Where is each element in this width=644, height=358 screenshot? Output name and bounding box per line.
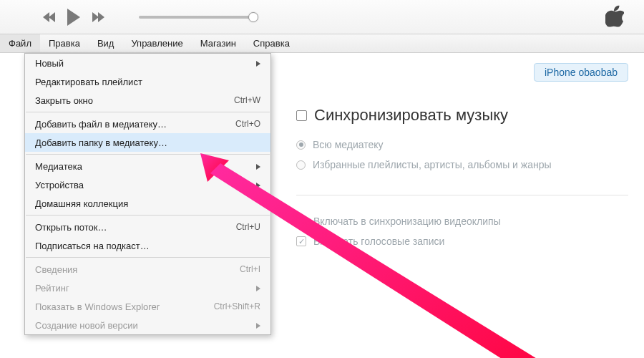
dropdown-item[interactable]: Домашняя коллекция	[25, 194, 270, 213]
dropdown-item[interactable]: Добавить файл в медиатеку…Ctrl+O	[25, 115, 270, 133]
radio-entire-library[interactable]	[296, 140, 306, 150]
dropdown-item-label: Подписаться на подкаст…	[35, 241, 260, 251]
radio-selected-label: Избранные плейлисты, артисты, альбомы и …	[313, 159, 552, 170]
dropdown-item-label: Показать в Windows Explorer	[35, 301, 207, 312]
sync-heading: Синхронизировать музыку	[314, 106, 508, 125]
dropdown-item-label: Добавить файл в медиатеку…	[35, 119, 228, 130]
dropdown-item[interactable]: Добавить папку в медиатеку…	[25, 133, 270, 152]
dropdown-item[interactable]: Новый	[25, 54, 270, 72]
dropdown-item-shortcut: Ctrl+Shift+R	[214, 301, 260, 311]
dropdown-item[interactable]: Закрыть окноCtrl+W	[25, 91, 270, 110]
dropdown-item-label: Создание новой версии	[35, 320, 250, 331]
previous-button[interactable]	[43, 12, 54, 22]
submenu-arrow-icon	[256, 283, 260, 294]
content-area: iPhone obaobab Синхронизировать музыку В…	[0, 53, 644, 358]
dropdown-item-label: Добавить папку в медиатеку…	[35, 137, 260, 148]
submenu-arrow-icon	[256, 320, 260, 331]
dropdown-item-shortcut: Ctrl+U	[236, 222, 260, 232]
include-voice-checkbox[interactable]: ✓	[296, 236, 306, 246]
dropdown-item-shortcut: Ctrl+O	[235, 119, 260, 129]
sync-pane: iPhone obaobab Синхронизировать музыку В…	[280, 53, 644, 358]
dropdown-separator	[26, 112, 270, 112]
dropdown-item-label: Домашняя коллекция	[35, 198, 260, 209]
dropdown-item: Рейтинг	[25, 279, 270, 297]
dropdown-item-label: Медиатека	[35, 161, 250, 172]
sync-heading-row: Синхронизировать музыку	[296, 106, 628, 125]
radio-entire-library-label: Всю медиатеку	[313, 139, 384, 150]
apple-logo-icon	[605, 5, 624, 29]
dropdown-item[interactable]: Открыть поток…Ctrl+U	[25, 218, 270, 236]
player-bar	[0, 0, 644, 34]
dropdown-item: СведенияCtrl+I	[25, 260, 270, 279]
menu-help[interactable]: Справка	[245, 34, 298, 52]
include-videos-checkbox[interactable]: ✓	[296, 216, 306, 226]
dropdown-item[interactable]: Медиатека	[25, 157, 270, 175]
dropdown-item[interactable]: Редактировать плейлист	[25, 72, 270, 91]
dropdown-item[interactable]: Устройства	[25, 175, 270, 194]
volume-thumb[interactable]	[248, 12, 258, 22]
file-dropdown: НовыйРедактировать плейлистЗакрыть окноC…	[24, 53, 271, 335]
dropdown-item-label: Редактировать плейлист	[35, 77, 260, 87]
dropdown-item: Создание новой версии	[25, 316, 270, 334]
dropdown-item[interactable]: Подписаться на подкаст…	[25, 236, 270, 255]
device-badge[interactable]: iPhone obaobab	[534, 63, 628, 82]
dropdown-separator	[26, 215, 270, 216]
dropdown-item-label: Рейтинг	[35, 283, 250, 294]
dropdown-item: Показать в Windows ExplorerCtrl+Shift+R	[25, 297, 270, 316]
dropdown-item-label: Сведения	[35, 264, 233, 275]
menu-bar: Файл Правка Вид Управление Магазин Справ…	[0, 34, 644, 53]
menu-controls[interactable]: Управление	[122, 34, 191, 52]
dropdown-item-shortcut: Ctrl+W	[234, 95, 260, 105]
divider	[296, 195, 628, 195]
radio-selected-row: Избранные плейлисты, артисты, альбомы и …	[296, 159, 628, 170]
menu-file[interactable]: Файл	[0, 34, 40, 52]
submenu-arrow-icon	[256, 161, 260, 172]
menu-view[interactable]: Вид	[89, 34, 123, 52]
menu-edit[interactable]: Правка	[40, 34, 89, 52]
dropdown-item-label: Новый	[35, 58, 250, 69]
submenu-arrow-icon	[256, 180, 260, 190]
dropdown-separator	[26, 154, 270, 155]
include-videos-label: Включать в синхронизацию видеоклипы	[313, 216, 501, 227]
dropdown-item-shortcut: Ctrl+I	[240, 264, 260, 274]
dropdown-item-label: Устройства	[35, 180, 250, 190]
device-label: iPhone obaobab	[545, 67, 618, 78]
include-videos-row: ✓ Включать в синхронизацию видеоклипы	[296, 216, 628, 227]
submenu-arrow-icon	[256, 58, 260, 69]
dropdown-separator	[26, 257, 270, 258]
next-button[interactable]	[93, 12, 104, 22]
volume-slider[interactable]	[139, 16, 253, 19]
radio-selected[interactable]	[296, 160, 306, 170]
include-voice-row: ✓ Включать голосовые записи	[296, 236, 628, 247]
include-voice-label: Включать голосовые записи	[313, 236, 444, 247]
menu-store[interactable]: Магазин	[192, 34, 245, 52]
radio-entire-library-row: Всю медиатеку	[296, 139, 628, 150]
dropdown-item-label: Открыть поток…	[35, 222, 229, 233]
sync-music-checkbox[interactable]	[296, 110, 307, 121]
play-button[interactable]	[67, 9, 80, 26]
dropdown-item-label: Закрыть окно	[35, 95, 227, 106]
